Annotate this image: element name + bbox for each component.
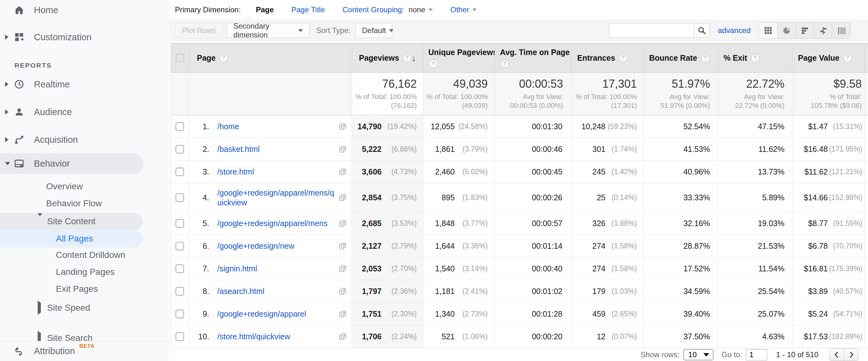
bounce-rate-value: 28.87% [683,242,710,251]
goto-page-input[interactable] [746,349,767,360]
open-in-new-icon[interactable] [339,145,347,154]
pageviews-value: 14,790 [358,122,381,131]
page-link[interactable]: /signin.html [217,264,257,274]
sidebar-item-all-pages[interactable]: All Pages [0,230,143,248]
sort-type-button[interactable]: Default [355,23,392,38]
page-link[interactable]: /asearch.html [217,286,265,296]
sidebar-item-behavior[interactable]: Behavior [0,153,144,174]
pivot-view-button[interactable] [832,23,850,38]
search-button[interactable] [694,23,710,38]
show-rows-select[interactable]: 10 [683,349,713,360]
sidebar-label-landing-pages: Landing Pages [56,267,115,277]
help-icon[interactable]: ? [701,54,709,62]
dimension-tab-page-title[interactable]: Page Title [291,5,325,14]
sidebar-item-overview[interactable]: Overview [0,179,168,194]
expander-icon[interactable] [5,109,12,114]
entrances-percent: (1.58%) [606,265,637,273]
page-link[interactable]: /google+redesign/apparel/mens [217,219,328,228]
help-icon[interactable]: ? [843,54,852,62]
next-page-button[interactable] [844,349,858,361]
plot-rows-button[interactable]: Plot Rows [175,23,223,38]
page-value-percent: (171.95%) [828,145,862,154]
help-icon[interactable]: ? [619,54,627,62]
previous-page-button[interactable] [829,349,844,361]
help-icon[interactable]: ? [403,54,411,62]
page-link[interactable]: /home [217,122,239,132]
pageviews-percent: (6.86%) [381,145,417,154]
row-checkbox[interactable] [176,242,184,250]
column-header-page[interactable]: Page ? [189,44,352,73]
page-link[interactable]: /google+redesign/apparel/mens/quickview [217,188,334,207]
open-in-new-icon[interactable] [339,287,347,296]
open-in-new-icon[interactable] [339,123,347,131]
sidebar-item-landing-pages[interactable]: Landing Pages [0,265,168,280]
content-grouping-value[interactable]: none [409,5,425,14]
sort-descending-icon[interactable]: ↓ [411,52,416,64]
sidebar-item-site-content[interactable]: Site Content [0,213,143,230]
help-icon[interactable]: ? [751,54,760,62]
page-link[interactable]: /google+redesign/new [217,241,294,251]
open-in-new-icon[interactable] [339,265,347,273]
expander-icon[interactable] [38,303,44,313]
expander-icon[interactable] [5,35,12,39]
secondary-dimension-button[interactable]: Secondary dimension [227,23,309,38]
open-in-new-icon[interactable] [339,310,347,318]
pct-exit-value: 13.73% [758,167,784,176]
column-header-pageviews[interactable]: Pageviews ? ↓ [352,44,423,73]
sidebar-item-realtime[interactable]: Realtime [0,75,168,94]
column-header-avg-time[interactable]: Avg. Time on Page ? [495,44,571,73]
open-in-new-icon[interactable] [339,168,347,176]
collapse-icon[interactable] [5,162,12,165]
row-checkbox[interactable] [176,122,184,131]
dimension-tab-page[interactable]: Page [256,5,274,14]
row-checkbox[interactable] [176,193,184,202]
sidebar-item-content-drilldown[interactable]: Content Drilldown [0,248,168,262]
search-input[interactable] [609,23,694,38]
help-icon[interactable]: ? [219,54,228,62]
sidebar-item-behavior-flow[interactable]: Behavior Flow [0,196,168,211]
column-header-entrances[interactable]: Entrances ? [571,44,643,73]
sidebar-item-audience[interactable]: Audience [0,103,168,121]
open-in-new-icon[interactable] [339,220,347,228]
unique-pageviews-percent: (24.58%) [455,122,488,131]
sidebar-item-acquisition[interactable]: Acquisition [0,130,168,149]
table-view-button[interactable] [759,23,777,38]
column-header-unique-pageviews[interactable]: Unique Pageviews ? [423,44,495,73]
column-header-pct-exit[interactable]: % Exit ? [718,44,792,73]
page-link[interactable]: /store.html/quickview [217,332,290,341]
expander-icon[interactable] [5,137,12,142]
open-in-new-icon[interactable] [339,333,347,341]
row-checkbox[interactable] [176,219,184,228]
dimension-tab-content-grouping[interactable]: Content Grouping: [343,5,404,14]
sidebar-item-exit-pages[interactable]: Exit Pages [0,281,168,297]
page-link[interactable]: /store.html [217,167,254,177]
column-header-bounce-rate[interactable]: Bounce Rate ? [643,44,718,73]
sidebar-item-home[interactable]: Home [0,1,168,20]
open-in-new-icon[interactable] [339,242,347,250]
row-checkbox[interactable] [176,168,184,176]
help-icon[interactable]: ? [501,59,509,68]
row-checkbox[interactable] [176,145,184,154]
column-header-page-value[interactable]: Page Value ? [792,44,864,73]
row-checkbox[interactable] [176,310,184,318]
percentage-view-button[interactable] [777,23,796,38]
summary-avg-time: 00:00:53 Avg for View: 00:00:53 (0.00%) [495,73,571,115]
row-checkbox[interactable] [176,332,184,341]
dimension-tab-other[interactable]: Other [450,5,469,14]
spacer-cell [864,280,868,303]
page-link[interactable]: /google+redesign/apparel [217,309,306,319]
row-checkbox[interactable] [176,265,184,273]
select-all-checkbox[interactable] [176,54,184,62]
open-in-new-icon[interactable] [339,194,347,202]
advanced-search-link[interactable]: advanced [718,26,750,35]
sidebar-item-attribution[interactable]: Attribution BETA [0,341,168,361]
help-icon[interactable]: ? [429,59,437,68]
expander-icon[interactable] [5,82,12,87]
sidebar-item-site-speed[interactable]: Site Speed [0,300,168,315]
collapse-icon[interactable] [38,216,44,226]
comparison-view-button[interactable] [814,23,832,38]
page-link[interactable]: /basket.html [217,144,260,154]
row-checkbox[interactable] [176,287,184,296]
performance-view-button[interactable] [796,23,814,38]
sidebar-item-customization[interactable]: Customization [0,28,168,47]
